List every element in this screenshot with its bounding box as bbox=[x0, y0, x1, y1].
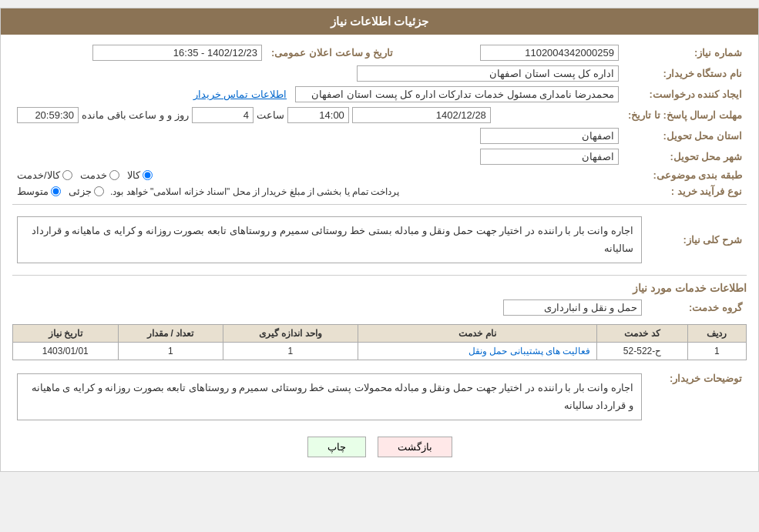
category-option-1-label: کالا bbox=[127, 169, 140, 181]
order-number-label: شماره نیاز: bbox=[623, 42, 747, 63]
service-group-label: گروه خدمت: bbox=[646, 297, 747, 318]
delivery-city-box: اصفهان bbox=[480, 149, 619, 165]
deadline-label: مهلت ارسال پاسخ: تا تاریخ: bbox=[623, 105, 747, 125]
back-button[interactable]: بازگشت bbox=[378, 437, 452, 457]
deadline-days-box: 4 bbox=[192, 107, 254, 123]
announce-date-box: 1402/12/23 - 16:35 bbox=[92, 45, 262, 61]
process-option-partial[interactable]: جزئی bbox=[69, 186, 104, 197]
description-table: شرح کلی نیاز: اجاره وانت بار با راننده د… bbox=[12, 209, 747, 270]
category-option-3-label: کالا/خدمت bbox=[17, 169, 60, 181]
cell-service-code: ح-522-52 bbox=[597, 342, 688, 360]
announce-date-value: 1402/12/23 - 16:35 bbox=[12, 42, 267, 63]
col-date: تاریخ نیاز bbox=[13, 324, 119, 342]
description-box: اجاره وانت بار با راننده در اختیار جهت ح… bbox=[17, 216, 642, 263]
print-button[interactable]: چاپ bbox=[307, 437, 366, 457]
buyer-desc-box: اجاره وانت بار با راننده در اختیار جهت ح… bbox=[17, 373, 642, 420]
order-number-value: 1102004342000259 bbox=[413, 42, 623, 63]
page-title: جزئیات اطلاعات نیاز bbox=[331, 15, 428, 28]
description-label: شرح کلی نیاز: bbox=[646, 209, 747, 270]
creator-box: محمدرضا نامداری مسئول خدمات تداركات ادار… bbox=[295, 86, 619, 102]
deadline-time-label: ساعت bbox=[257, 109, 284, 121]
process-radio-partial[interactable] bbox=[94, 186, 104, 196]
services-table: ردیف کد خدمت نام خدمت واحد اندازه گیری ت… bbox=[12, 324, 747, 360]
deadline-row: 20:59:30 ساعت باقی مانده و روز و 4 ساعت … bbox=[12, 105, 623, 125]
col-unit: واحد اندازه گیری bbox=[223, 324, 358, 342]
col-quantity: تعداد / مقدار bbox=[118, 324, 223, 342]
category-option-2-label: خدمت bbox=[80, 169, 107, 181]
service-group-table: گروه خدمت: حمل و نقل و انبارداری bbox=[12, 297, 747, 318]
process-option-medium[interactable]: متوسط bbox=[17, 186, 61, 197]
order-number-box: 1102004342000259 bbox=[480, 45, 619, 61]
process-label: نوع فرآیند خرید : bbox=[623, 183, 747, 199]
category-options: کالا/خدمت خدمت کالا bbox=[12, 167, 623, 183]
category-radio-3[interactable] bbox=[62, 170, 72, 180]
deadline-time-box: 14:00 bbox=[287, 107, 349, 123]
buyer-org-box: اداره کل پست استان اصفهان bbox=[357, 65, 619, 82]
process-note: پرداخت تمام یا بخشی از مبلغ خریدار از مح… bbox=[110, 186, 399, 197]
delivery-province-value: اصفهان bbox=[12, 125, 623, 146]
process-partial-label: جزئی bbox=[69, 186, 92, 197]
delivery-city-label: شهر محل تحویل: bbox=[623, 146, 747, 167]
buyer-description-table: توضیحات خریدار: اجاره وانت بار با راننده… bbox=[12, 366, 747, 427]
category-label: طبقه بندی موضوعی: bbox=[623, 167, 747, 183]
process-radio-medium[interactable] bbox=[51, 186, 61, 196]
deadline-remaining-label: ساعت باقی مانده bbox=[82, 109, 156, 121]
announce-date-label: تاریخ و ساعت اعلان عمومی: bbox=[267, 42, 398, 63]
category-option-3[interactable]: کالا/خدمت bbox=[17, 169, 72, 181]
col-row-num: ردیف bbox=[687, 324, 746, 342]
divider-1 bbox=[12, 204, 747, 205]
category-option-2[interactable]: خدمت bbox=[80, 169, 119, 181]
service-group-value: حمل و نقل و انبارداری bbox=[12, 297, 646, 318]
delivery-city-value: اصفهان bbox=[12, 146, 623, 167]
buyer-org-label: نام دستگاه خریدار: bbox=[623, 63, 747, 84]
divider-2 bbox=[12, 275, 747, 276]
category-option-1[interactable]: کالا bbox=[127, 169, 153, 181]
table-row: 1 ح-522-52 فعالیت های پشتیبانی حمل ونقل … bbox=[13, 342, 747, 360]
service-group-box: حمل و نقل و انبارداری bbox=[503, 299, 642, 316]
col-service-name: نام خدمت bbox=[358, 324, 597, 342]
description-value: اجاره وانت بار با راننده در اختیار جهت ح… bbox=[12, 209, 646, 270]
category-radio-1[interactable] bbox=[143, 170, 153, 180]
buyer-org-value: اداره کل پست استان اصفهان bbox=[12, 63, 623, 84]
deadline-remaining-box: 20:59:30 bbox=[17, 107, 79, 123]
creator-value: محمدرضا نامداری مسئول خدمات تداركات ادار… bbox=[12, 84, 623, 105]
services-section-title: اطلاعات خدمات مورد نیاز bbox=[12, 282, 747, 294]
contact-info-link[interactable]: اطلاعات تماس خریدار bbox=[193, 89, 287, 100]
delivery-province-box: اصفهان bbox=[480, 128, 619, 144]
buyer-desc-value: اجاره وانت بار با راننده در اختیار جهت ح… bbox=[12, 366, 646, 427]
cell-date: 1403/01/01 bbox=[13, 342, 119, 360]
col-service-code: کد خدمت bbox=[597, 324, 688, 342]
cell-unit: 1 bbox=[223, 342, 358, 360]
main-info-table: شماره نیاز: 1102004342000259 تاریخ و ساع… bbox=[12, 42, 747, 199]
category-radio-2[interactable] bbox=[109, 170, 119, 180]
cell-service-name: فعالیت های پشتیبانی حمل ونقل bbox=[358, 342, 597, 360]
delivery-province-label: استان محل تحویل: bbox=[623, 125, 747, 146]
cell-row-num: 1 bbox=[687, 342, 746, 360]
process-medium-label: متوسط bbox=[17, 186, 49, 197]
creator-label: ایجاد کننده درخواست: bbox=[623, 84, 747, 105]
cell-quantity: 1 bbox=[118, 342, 223, 360]
deadline-days-connector: و bbox=[160, 109, 164, 121]
buyer-desc-label: توضیحات خریدار: bbox=[646, 366, 747, 427]
process-row: متوسط جزئی پرداخت تمام یا بخشی از مبلغ خ… bbox=[12, 183, 623, 199]
deadline-date-box: 1402/12/28 bbox=[352, 107, 491, 123]
buttons-row: چاپ بازگشت bbox=[12, 437, 747, 457]
page-header: جزئیات اطلاعات نیاز bbox=[1, 8, 758, 35]
deadline-days-label: روز و bbox=[167, 109, 189, 121]
